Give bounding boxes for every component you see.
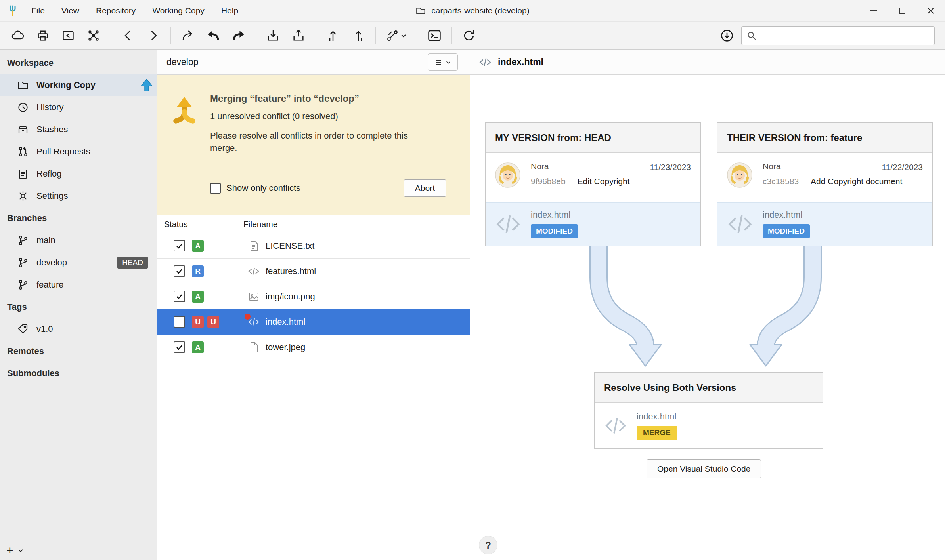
status-badge-unmerged: U — [207, 316, 219, 328]
toolbar-divider — [256, 27, 256, 44]
stash-down-icon[interactable] — [262, 25, 284, 46]
toolbar-divider — [316, 27, 316, 44]
row-checkbox[interactable] — [174, 341, 185, 353]
sidebar-item-label: Reflog — [36, 169, 62, 179]
show-only-conflicts-label[interactable]: Show only conflicts — [226, 183, 300, 193]
sidebar-item-label: Pull Requests — [36, 147, 90, 157]
printer-icon[interactable] — [32, 25, 54, 46]
list-options-button[interactable] — [428, 53, 458, 71]
search-box[interactable] — [741, 26, 935, 45]
pull-arrow-icon[interactable] — [322, 25, 344, 46]
filename: index.html — [266, 317, 305, 327]
their-version-file-row[interactable]: index.html MODIFIED — [717, 202, 932, 246]
sidebar-item-settings[interactable]: Settings — [0, 185, 157, 207]
sidebar-branch-feature[interactable]: feature — [0, 274, 157, 296]
window-title: carparts-website (develop) — [415, 6, 529, 16]
sidebar-item-working-copy[interactable]: Working Copy — [0, 74, 157, 96]
search-input[interactable] — [761, 31, 930, 40]
row-checkbox[interactable] — [174, 240, 185, 251]
merge-banner-title: Merging “feature” into “develop” — [210, 93, 454, 104]
my-version-file-row[interactable]: index.html MODIFIED — [486, 202, 700, 246]
toolbar-divider — [111, 27, 111, 44]
branch-tool-icon — [386, 29, 399, 42]
branch-tool-button[interactable] — [382, 25, 411, 46]
merge-banner-content: Merging “feature” into “develop” 1 unres… — [210, 93, 454, 215]
sidebar-tag-v1-0[interactable]: v1.0 — [0, 318, 157, 340]
sidebar-item-label: History — [36, 102, 63, 112]
open-vscode-button[interactable]: Open Visual Studio Code — [647, 459, 761, 478]
refresh-icon[interactable] — [458, 25, 480, 46]
commit-date: 11/23/2023 — [650, 162, 691, 172]
file-icon — [247, 341, 260, 354]
stash-up-icon[interactable] — [287, 25, 310, 46]
download-icon[interactable] — [716, 25, 738, 46]
sidebar-item-reflog[interactable]: Reflog — [0, 163, 157, 185]
sidebar-branch-develop[interactable]: develop HEAD — [0, 251, 157, 274]
reflog-icon — [17, 168, 29, 179]
their-version-card: THEIR VERSION from: feature Nora c3c1858… — [717, 122, 933, 246]
folder-icon — [415, 6, 426, 16]
merge-badge: MERGE — [637, 426, 677, 440]
sidebar-section-workspace[interactable]: Workspace — [0, 52, 157, 74]
my-version-card: MY VERSION from: HEAD Nora 9f96b8eb Edit… — [485, 122, 701, 246]
working-copy-panel: develop Merging “feature” into “devel — [157, 50, 470, 560]
file-table-header: Status Filename — [157, 215, 470, 233]
chevron-down-icon[interactable] — [17, 547, 24, 554]
terminal-icon[interactable] — [423, 25, 446, 46]
sidebar-section-tags[interactable]: Tags — [0, 296, 157, 318]
menu-file[interactable]: File — [23, 0, 53, 21]
head-badge: HEAD — [117, 257, 148, 269]
modified-badge: MODIFIED — [763, 224, 810, 238]
clock-icon — [17, 102, 29, 113]
table-row-icon-png[interactable]: A img/icon.png — [157, 284, 470, 309]
abort-button[interactable]: Abort — [404, 179, 446, 197]
table-row-tower[interactable]: A tower.jpeg — [157, 335, 470, 360]
cloud-icon[interactable] — [6, 25, 29, 46]
sidebar-item-stashes[interactable]: Stashes — [0, 118, 157, 141]
box-arrow-icon[interactable] — [57, 25, 79, 46]
table-row-features[interactable]: R features.html — [157, 259, 470, 284]
table-row-license[interactable]: A LICENSE.txt — [157, 233, 470, 259]
merge-arrows-graphic — [567, 246, 844, 369]
file-name: index.html — [763, 210, 802, 220]
push-arrow-icon[interactable] — [347, 25, 369, 46]
resolve-file-row[interactable]: index.html MERGE — [595, 403, 823, 448]
show-only-conflicts-checkbox[interactable] — [210, 183, 221, 194]
sidebar-item-history[interactable]: History — [0, 96, 157, 118]
sidebar-branch-main[interactable]: main — [0, 229, 157, 251]
table-row-index-html[interactable]: U U index.html — [157, 309, 470, 335]
minimize-button[interactable] — [859, 0, 888, 21]
network-icon[interactable] — [82, 25, 105, 46]
sidebar-section-branches[interactable]: Branches — [0, 207, 157, 229]
chevron-down-icon — [400, 32, 407, 39]
row-checkbox[interactable] — [174, 316, 185, 328]
forward-icon[interactable] — [142, 25, 165, 46]
code-file-icon — [727, 211, 753, 237]
sidebar-section-remotes[interactable]: Remotes — [0, 340, 157, 362]
maximize-button[interactable] — [888, 0, 916, 21]
commit-hash: c3c18583 — [763, 177, 799, 186]
curve-right-arrow-icon[interactable] — [228, 25, 250, 46]
help-button[interactable]: ? — [479, 536, 497, 554]
merge-banner-message: Please resolve all conflicts in order to… — [210, 130, 436, 154]
menu-working-copy[interactable]: Working Copy — [144, 0, 213, 21]
sidebar-item-pull-requests[interactable]: Pull Requests — [0, 141, 157, 163]
add-button[interactable]: + — [6, 545, 13, 556]
filename: LICENSE.txt — [266, 241, 314, 251]
file-table: Status Filename A LICENSE.txt R — [157, 215, 470, 560]
menu-repository[interactable]: Repository — [88, 0, 144, 21]
sidebar-section-submodules[interactable]: Submodules — [0, 362, 157, 385]
row-checkbox[interactable] — [174, 291, 185, 302]
my-version-commit: Nora 9f96b8eb Edit Copyright 11/23/2023 — [486, 153, 700, 202]
menu-view[interactable]: View — [53, 0, 88, 21]
close-button[interactable] — [916, 0, 945, 21]
branch-icon — [17, 257, 29, 268]
share-arrow-icon[interactable] — [177, 25, 199, 46]
row-checkbox[interactable] — [174, 265, 185, 277]
back-icon[interactable] — [117, 25, 139, 46]
menu-help[interactable]: Help — [213, 0, 247, 21]
curve-left-arrow-icon[interactable] — [202, 25, 224, 46]
resolve-title: Resolve Using Both Versions — [595, 373, 823, 403]
file-name: index.html — [531, 210, 570, 220]
fork-app-icon[interactable] — [6, 4, 20, 18]
